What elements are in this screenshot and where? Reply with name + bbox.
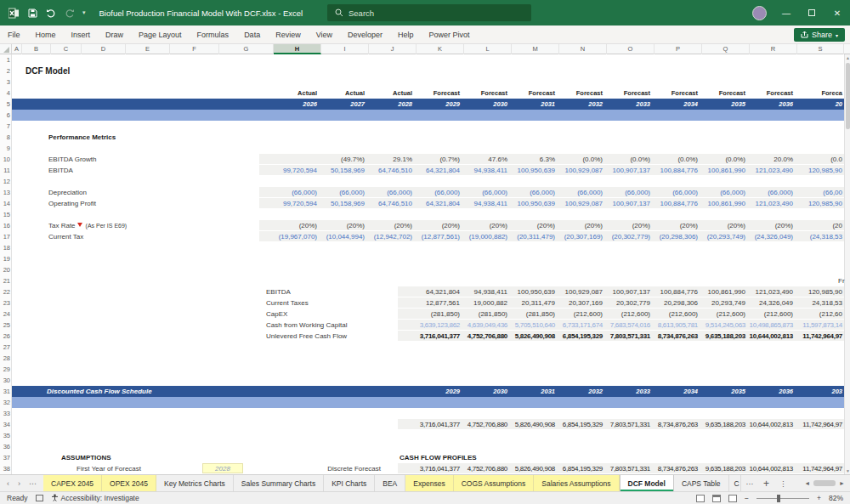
cell[interactable]: (20%) [632, 220, 650, 231]
ribbon-tab-file[interactable]: File [0, 28, 28, 42]
new-sheet-button[interactable]: + [758, 475, 774, 491]
cell[interactable]: (66,000) [339, 187, 365, 198]
row-label[interactable]: CapEX [266, 309, 287, 320]
cell[interactable]: 99,720,594 [283, 198, 317, 209]
cell[interactable]: 10,644,002,813 [750, 419, 793, 430]
cell[interactable]: 7,803,571,331 [610, 419, 650, 430]
close-button[interactable]: ✕ [824, 0, 850, 25]
cell[interactable]: 120,985,90 [808, 286, 842, 297]
cell[interactable]: 4,752,706,880 [468, 331, 507, 342]
cell[interactable]: (20%) [394, 220, 412, 231]
cell[interactable]: Foreca [821, 88, 842, 99]
free-cell[interactable]: Discrete Forecast [327, 463, 381, 474]
cell[interactable]: (0.0%) [725, 154, 745, 165]
cell[interactable]: (0.0%) [582, 154, 603, 165]
zoom-in-icon[interactable]: + [817, 494, 821, 502]
sheet-tab-c[interactable]: C [729, 475, 741, 491]
cell[interactable]: (0.7%) [439, 154, 460, 165]
cell[interactable]: (66,000) [434, 187, 460, 198]
cell[interactable]: 100,884,776 [660, 198, 699, 209]
column-header-C[interactable]: C [51, 44, 82, 54]
free-cell[interactable]: Performance Metrics [48, 132, 116, 143]
excel-app-icon[interactable] [8, 7, 20, 19]
row-label[interactable]: Operating Profit [48, 198, 96, 209]
restore-button[interactable] [799, 0, 824, 25]
scroll-left-icon[interactable]: ◄ [804, 480, 810, 486]
cell[interactable]: (24,318,53 [810, 231, 842, 242]
cell[interactable]: 20,293,749 [711, 297, 745, 309]
cell[interactable]: Forecast [672, 88, 698, 99]
column-header-F[interactable]: F [170, 44, 219, 54]
row-header-7[interactable]: 7 [0, 121, 10, 132]
cell[interactable]: 9,635,188,203 [706, 419, 745, 430]
cell[interactable]: (212,60 [819, 309, 842, 320]
cell[interactable]: (66,000) [625, 187, 650, 198]
row-header-33[interactable]: 33 [0, 408, 10, 419]
cell[interactable]: 100,884,776 [660, 286, 699, 297]
column-header-G[interactable]: G [219, 44, 274, 54]
column-header-M[interactable]: M [512, 44, 559, 54]
cell[interactable]: Actual [298, 88, 317, 99]
cell[interactable]: (24,326,049) [755, 231, 793, 242]
column-header-I[interactable]: I [321, 44, 369, 54]
row-header-20[interactable]: 20 [0, 264, 10, 275]
cell[interactable]: (66,00 [823, 187, 842, 198]
free-cell[interactable]: CASH FLOW PROFILES [400, 452, 477, 463]
cell[interactable]: 3,716,041,377 [420, 331, 460, 342]
cell[interactable]: 6,854,195,329 [563, 419, 603, 430]
cell[interactable]: 4,639,049,436 [468, 320, 507, 331]
row-header-18[interactable]: 18 [0, 242, 10, 253]
column-header-H[interactable]: H [274, 44, 321, 54]
cell[interactable]: Forecast [624, 88, 650, 99]
cell[interactable]: (66,000) [387, 187, 412, 198]
cell[interactable]: 7,803,571,331 [610, 331, 650, 342]
cell[interactable]: 64,321,804 [426, 198, 460, 209]
search-input[interactable] [348, 8, 502, 18]
row-header-1[interactable]: 1 [0, 54, 10, 65]
cell[interactable]: 20,298,306 [664, 297, 698, 309]
cell[interactable]: (20%) [299, 220, 317, 231]
cell[interactable]: 94,938,411 [474, 165, 507, 176]
cell[interactable]: (66,000) [292, 187, 317, 198]
ribbon-tab-review[interactable]: Review [268, 28, 309, 42]
row-header-35[interactable]: 35 [0, 430, 10, 441]
cell[interactable]: Forecast [719, 88, 745, 99]
cell[interactable]: 29.1% [393, 154, 412, 165]
cell[interactable]: 12,877,561 [426, 297, 460, 309]
row-header-27[interactable]: 27 [0, 342, 10, 353]
normal-view-icon[interactable] [696, 495, 705, 502]
cell[interactable]: (12,942,702) [374, 231, 412, 242]
row-label[interactable]: Depreciation [48, 187, 87, 198]
cell[interactable]: (281,850) [479, 309, 507, 320]
ribbon-tab-insert[interactable]: Insert [64, 28, 99, 42]
sheet-tab-kpi-charts[interactable]: KPI Charts [324, 475, 375, 491]
cell[interactable]: (66,000) [720, 187, 745, 198]
cell[interactable]: 100,861,990 [708, 198, 746, 209]
row-label[interactable]: Cash from Working Capital [266, 320, 347, 331]
row-header-15[interactable]: 15 [0, 209, 10, 220]
sheet-tab-dcf-model[interactable]: DCF Model [620, 475, 674, 491]
scroll-right-icon[interactable]: ► [839, 480, 845, 486]
cell[interactable]: (281,850) [526, 309, 555, 320]
cell[interactable]: 24,318,53 [812, 297, 842, 309]
sheet-tab-opex-2045[interactable]: OPEX 2045 [102, 475, 156, 491]
free-cell[interactable]: Fr [838, 275, 845, 286]
cell[interactable]: 7,683,574,016 [610, 320, 650, 331]
cell[interactable]: (20,293,749) [707, 231, 745, 242]
cell[interactable]: (19,967,070) [279, 231, 317, 242]
cell[interactable]: (20 [832, 220, 842, 231]
cell[interactable]: 4,752,706,880 [468, 419, 507, 430]
cell[interactable]: (12,877,561) [422, 231, 460, 242]
cell[interactable]: 6,733,171,674 [563, 320, 603, 331]
minimize-button[interactable]: — [774, 0, 799, 25]
row-header-6[interactable]: 6 [0, 110, 10, 121]
save-icon[interactable] [26, 7, 38, 19]
cell[interactable]: 20,302,779 [616, 297, 650, 309]
cell[interactable]: (66,000) [672, 187, 698, 198]
column-header-O[interactable]: O [607, 44, 654, 54]
row-header-19[interactable]: 19 [0, 253, 10, 264]
ribbon-tab-help[interactable]: Help [390, 28, 422, 42]
free-cell[interactable]: DCF Model [26, 65, 70, 76]
cell[interactable]: 11,742,964,97 [802, 331, 842, 342]
horizontal-scrollbar[interactable]: ◄ ► [799, 475, 850, 491]
